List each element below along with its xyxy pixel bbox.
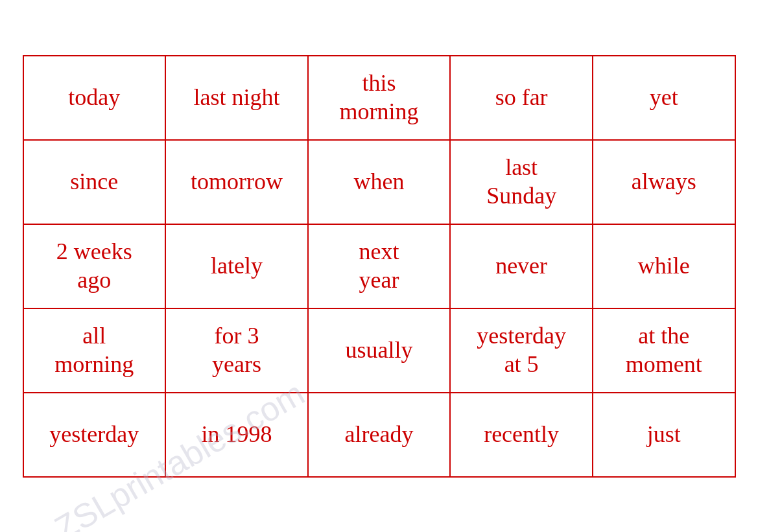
table-cell: always	[593, 140, 735, 224]
table-cell: thismorning	[308, 56, 451, 140]
table-cell: tomorrow	[165, 140, 308, 224]
table-cell: yet	[593, 56, 735, 140]
table-cell: yesterdayat 5	[450, 308, 593, 393]
table-cell: while	[593, 224, 735, 308]
table-cell: just	[593, 393, 735, 477]
table-row: yesterdayin 1998alreadyrecentlyjust	[23, 393, 735, 477]
table-row: sincetomorrowwhenlastSundayalways	[23, 140, 735, 224]
table-cell: in 1998	[165, 393, 308, 477]
table-cell: allmorning	[23, 308, 166, 393]
table-cell: already	[308, 393, 451, 477]
table-cell: since	[23, 140, 166, 224]
table-cell: last night	[165, 56, 308, 140]
table-cell: when	[308, 140, 451, 224]
table-cell: nextyear	[308, 224, 451, 308]
table-row: todaylast nightthismorningso faryet	[23, 56, 735, 140]
table-cell: usually	[308, 308, 451, 393]
table-cell: recently	[450, 393, 593, 477]
table-cell: at themoment	[593, 308, 735, 393]
table-cell: today	[23, 56, 166, 140]
table-cell: lastSunday	[450, 140, 593, 224]
table-cell: so far	[450, 56, 593, 140]
table-cell: never	[450, 224, 593, 308]
table-cell: yesterday	[23, 393, 166, 477]
table-cell: lately	[165, 224, 308, 308]
table-cell: for 3years	[165, 308, 308, 393]
vocabulary-table: todaylast nightthismorningso faryetsince…	[23, 55, 736, 478]
table-row: allmorningfor 3yearsusuallyyesterdayat 5…	[23, 308, 735, 393]
main-content: todaylast nightthismorningso faryetsince…	[10, 42, 749, 491]
table-cell: 2 weeksago	[23, 224, 166, 308]
table-row: 2 weeksagolatelynextyearneverwhile	[23, 224, 735, 308]
